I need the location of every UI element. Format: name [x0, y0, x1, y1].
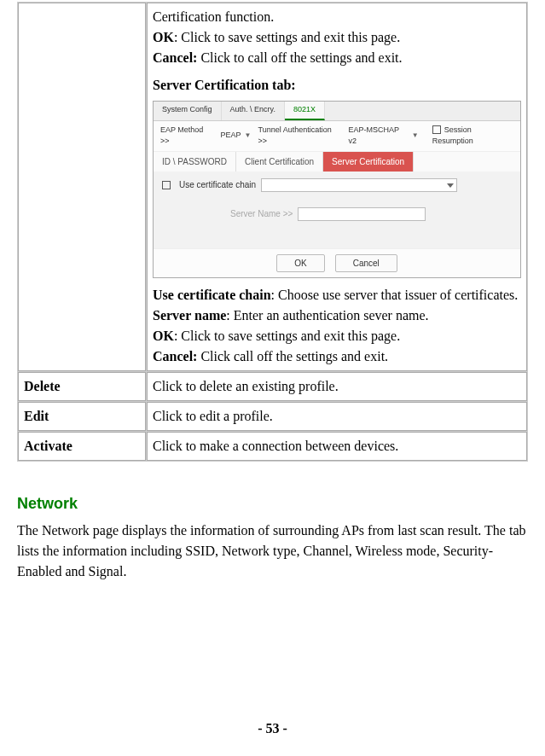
server-cert-screenshot: System Config Auth. \ Encry. 8021X EAP M… — [153, 101, 521, 278]
server-name-label: Server name — [153, 308, 226, 323]
checkbox-icon[interactable] — [162, 181, 171, 189]
ss-subtab-server-cert[interactable]: Server Certification — [323, 152, 414, 172]
cancel2-line: Cancel: Click call off the settings and … — [153, 346, 521, 367]
row-cert-left — [18, 3, 146, 371]
ss-cancel-button[interactable]: Cancel — [335, 254, 397, 272]
activate-label: Activate — [18, 432, 146, 461]
ss-button-row: OK Cancel — [154, 248, 520, 277]
row-cert-right: Certification function. OK: Click to sav… — [147, 3, 527, 371]
ss-top-tabs: System Config Auth. \ Encry. 8021X — [154, 102, 520, 121]
use-cert-chain-label: Use certificate chain — [153, 288, 271, 302]
server-name-line: Server name: Enter an authentication sev… — [153, 305, 521, 326]
cancel2-text: Click call off the settings and exit. — [197, 349, 388, 363]
edit-desc: Click to edit a profile. — [147, 402, 527, 431]
server-name-text: : Enter an authentication sever name. — [226, 308, 428, 323]
delete-desc: Click to delete an existing profile. — [147, 372, 527, 401]
feature-table: Certification function. OK: Click to sav… — [17, 2, 528, 462]
chevron-down-icon: ▼ — [412, 131, 419, 141]
table-row: Activate Click to make a connection betw… — [18, 432, 527, 461]
ss-content-area: Use certificate chain Server Name >> — [154, 172, 520, 248]
ss-tab-system-config[interactable]: System Config — [154, 102, 222, 120]
chevron-down-icon: ▼ — [245, 131, 252, 141]
cancel-line: Cancel: Click to call off the settings a… — [153, 48, 521, 68]
page-number: - 53 - — [0, 718, 545, 739]
server-cert-tab-heading: Server Certification tab: — [153, 75, 521, 96]
network-paragraph: The Network page displays the informatio… — [17, 520, 528, 582]
cancel-text: Click to call off the settings and exit. — [197, 50, 402, 65]
ss-subtab-client-cert[interactable]: Client Certification — [236, 152, 323, 172]
ok-label: OK — [153, 30, 174, 44]
ss-eap-method-label: EAP Method >> — [160, 125, 214, 148]
ss-server-name-input[interactable] — [298, 207, 426, 221]
use-cert-chain-line: Use certificate chain: Choose use server… — [153, 285, 521, 305]
ss-eap-row: EAP Method >> PEAP▼ Tunnel Authenticatio… — [154, 121, 520, 152]
activate-desc: Click to make a connection between devic… — [147, 432, 527, 461]
ss-ok-button[interactable]: OK — [276, 254, 324, 272]
ss-tab-8021x[interactable]: 8021X — [285, 102, 325, 120]
cancel2-label: Cancel: — [153, 349, 197, 363]
ss-subtab-id-password[interactable]: ID \ PASSWORD — [154, 152, 236, 172]
table-row: Delete Click to delete an existing profi… — [18, 372, 527, 401]
edit-label: Edit — [18, 402, 146, 431]
delete-label: Delete — [18, 372, 146, 401]
ss-server-name-row: Server Name >> — [230, 207, 512, 221]
ok2-line: OK: Click to save settings and exit this… — [153, 326, 521, 346]
ss-session-resumption-wrap[interactable]: Session Resumption — [432, 125, 513, 148]
ss-sub-tabs: ID \ PASSWORD Client Certification Serve… — [154, 152, 520, 172]
ss-tunnel-auth-value: EAP-MSCHAP v2 — [348, 125, 408, 148]
cancel-label: Cancel: — [153, 50, 197, 65]
ss-server-name-label: Server Name >> — [230, 207, 293, 220]
ok2-label: OK — [153, 329, 174, 343]
ok-line: OK: Click to save settings and exit this… — [153, 27, 521, 48]
table-row: Edit Click to edit a profile. — [18, 402, 527, 431]
ss-cert-combobox[interactable] — [261, 178, 457, 192]
ss-use-cert-chain-row: Use certificate chain — [162, 178, 512, 192]
ss-tab-auth-encry[interactable]: Auth. \ Encry. — [222, 102, 285, 120]
cert-function-line: Certification function. — [153, 7, 521, 27]
ok2-text: : Click to save settings and exit this p… — [174, 329, 400, 343]
ss-tunnel-auth-dropdown[interactable]: EAP-MSCHAP v2▼ — [348, 125, 418, 148]
checkbox-icon — [432, 125, 441, 134]
use-cert-chain-text: : Choose use server that issuer of certi… — [271, 288, 519, 302]
ss-eap-method-value: PEAP — [221, 130, 241, 142]
ok-text: : Click to save settings and exit this p… — [174, 30, 400, 44]
network-heading: Network — [17, 492, 528, 515]
ss-eap-method-dropdown[interactable]: PEAP▼ — [221, 130, 252, 142]
ss-use-cert-chain-label: Use certificate chain — [179, 178, 256, 191]
ss-tunnel-auth-label: Tunnel Authentication >> — [258, 125, 342, 148]
